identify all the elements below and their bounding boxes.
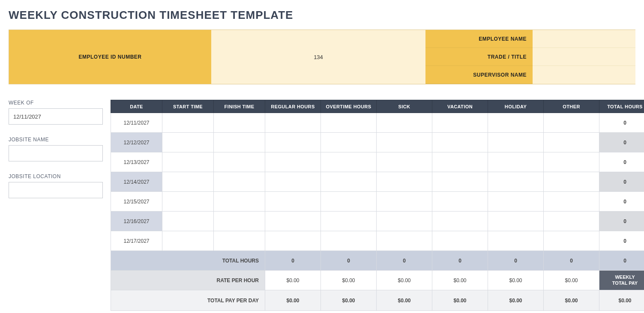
pay-other: $0.00	[544, 290, 599, 311]
jobsite-name-label: JOBSITE NAME	[9, 137, 103, 143]
col-start: START TIME	[162, 100, 214, 113]
vacation-cell[interactable]	[432, 133, 488, 152]
employee-id-label: EMPLOYEE ID NUMBER	[9, 30, 211, 84]
pay-vacation: $0.00	[432, 290, 488, 311]
start-cell[interactable]	[162, 152, 214, 172]
holiday-cell[interactable]	[488, 231, 544, 251]
vacation-cell[interactable]	[432, 192, 488, 212]
table-row: 12/14/20270	[111, 172, 644, 192]
pay-sick: $0.00	[377, 290, 432, 311]
totals-overtime: 0	[321, 251, 377, 271]
overtime-cell[interactable]	[321, 172, 377, 192]
finish-cell[interactable]	[214, 113, 265, 133]
totals-sick: 0	[377, 251, 432, 271]
sick-cell[interactable]	[377, 231, 432, 251]
vacation-cell[interactable]	[432, 152, 488, 172]
trade-title-field[interactable]	[533, 48, 635, 66]
regular-cell[interactable]	[265, 133, 321, 152]
regular-cell[interactable]	[265, 172, 321, 192]
employee-id-field[interactable]: 134	[211, 30, 425, 84]
start-cell[interactable]	[162, 231, 214, 251]
other-cell[interactable]	[544, 172, 599, 192]
other-cell[interactable]	[544, 113, 599, 133]
table-row: 12/17/20270	[111, 231, 644, 251]
other-cell[interactable]	[544, 192, 599, 212]
start-cell[interactable]	[162, 172, 214, 192]
other-cell[interactable]	[544, 133, 599, 152]
col-sick: SICK	[377, 100, 432, 113]
weekly-total-pay-label: WEEKLY TOTAL PAY	[599, 271, 644, 290]
table-row: 12/15/20270	[111, 192, 644, 212]
regular-cell[interactable]	[265, 192, 321, 212]
supervisor-name-field[interactable]	[533, 66, 635, 84]
total-cell: 0	[599, 113, 644, 133]
vacation-cell[interactable]	[432, 113, 488, 133]
rate-sick[interactable]: $0.00	[377, 271, 432, 290]
rate-holiday[interactable]: $0.00	[488, 271, 544, 290]
rate-row: RATE PER HOUR $0.00 $0.00 $0.00 $0.00 $0…	[111, 271, 644, 290]
regular-cell[interactable]	[265, 231, 321, 251]
regular-cell[interactable]	[265, 152, 321, 172]
holiday-cell[interactable]	[488, 212, 544, 231]
other-cell[interactable]	[544, 231, 599, 251]
col-regular: REGULAR HOURS	[265, 100, 321, 113]
other-cell[interactable]	[544, 152, 599, 172]
finish-cell[interactable]	[214, 133, 265, 152]
jobsite-location-field[interactable]	[9, 182, 103, 198]
totals-regular: 0	[265, 251, 321, 271]
finish-cell[interactable]	[214, 231, 265, 251]
col-date: DATE	[111, 100, 162, 113]
overtime-cell[interactable]	[321, 113, 377, 133]
date-cell: 12/16/2027	[111, 212, 162, 231]
holiday-cell[interactable]	[488, 133, 544, 152]
vacation-cell[interactable]	[432, 212, 488, 231]
finish-cell[interactable]	[214, 152, 265, 172]
finish-cell[interactable]	[214, 172, 265, 192]
start-cell[interactable]	[162, 133, 214, 152]
sick-cell[interactable]	[377, 133, 432, 152]
holiday-cell[interactable]	[488, 113, 544, 133]
overtime-cell[interactable]	[321, 231, 377, 251]
sick-cell[interactable]	[377, 113, 432, 133]
rate-regular[interactable]: $0.00	[265, 271, 321, 290]
start-cell[interactable]	[162, 113, 214, 133]
total-cell: 0	[599, 231, 644, 251]
sick-cell[interactable]	[377, 212, 432, 231]
employee-name-field[interactable]	[533, 30, 635, 48]
start-cell[interactable]	[162, 192, 214, 212]
other-cell[interactable]	[544, 212, 599, 231]
overtime-cell[interactable]	[321, 192, 377, 212]
total-cell: 0	[599, 172, 644, 192]
rate-vacation[interactable]: $0.00	[432, 271, 488, 290]
overtime-cell[interactable]	[321, 152, 377, 172]
regular-cell[interactable]	[265, 113, 321, 133]
sick-cell[interactable]	[377, 172, 432, 192]
totals-other: 0	[544, 251, 599, 271]
finish-cell[interactable]	[214, 192, 265, 212]
rate-overtime[interactable]: $0.00	[321, 271, 377, 290]
page-title: WEEKLY CONSTRUCTION TIMESHEET TEMPLATE	[9, 9, 635, 22]
vacation-cell[interactable]	[432, 172, 488, 192]
week-of-field[interactable]: 12/11/2027	[9, 108, 103, 125]
sidebar: WEEK OF 12/11/2027 JOBSITE NAME JOBSITE …	[9, 100, 103, 210]
holiday-cell[interactable]	[488, 172, 544, 192]
start-cell[interactable]	[162, 212, 214, 231]
holiday-cell[interactable]	[488, 192, 544, 212]
finish-cell[interactable]	[214, 212, 265, 231]
total-cell: 0	[599, 152, 644, 172]
employee-name-label: EMPLOYEE NAME	[425, 30, 533, 48]
jobsite-name-field[interactable]	[9, 145, 103, 161]
sick-cell[interactable]	[377, 192, 432, 212]
vacation-cell[interactable]	[432, 231, 488, 251]
rate-other[interactable]: $0.00	[544, 271, 599, 290]
total-cell: 0	[599, 192, 644, 212]
pay-regular: $0.00	[265, 290, 321, 311]
regular-cell[interactable]	[265, 212, 321, 231]
timesheet-table: DATE START TIME FINISH TIME REGULAR HOUR…	[111, 100, 644, 311]
totals-vacation: 0	[432, 251, 488, 271]
overtime-cell[interactable]	[321, 133, 377, 152]
overtime-cell[interactable]	[321, 212, 377, 231]
sick-cell[interactable]	[377, 152, 432, 172]
holiday-cell[interactable]	[488, 152, 544, 172]
totals-label: TOTAL HOURS	[111, 251, 265, 271]
